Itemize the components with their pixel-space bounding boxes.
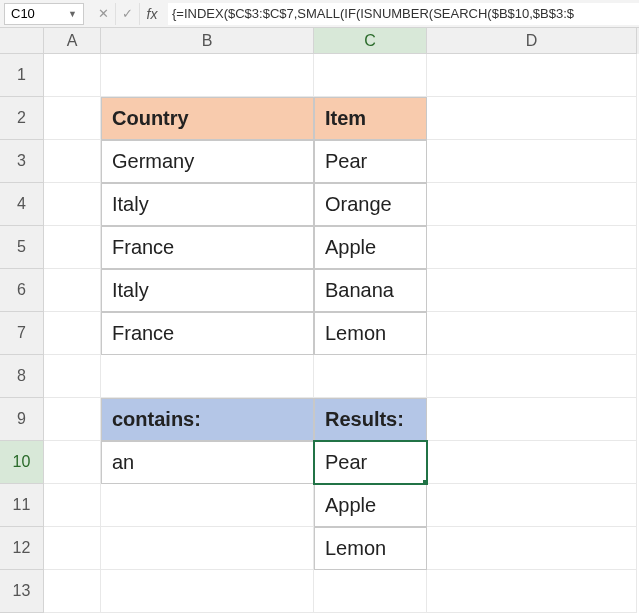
cell-D9[interactable] (427, 398, 637, 441)
cell-A7[interactable] (44, 312, 101, 355)
cell-B3[interactable]: Germany (101, 140, 314, 183)
column-headers: A B C D (0, 28, 639, 54)
cell-C13[interactable] (314, 570, 427, 613)
cell-C4[interactable]: Orange (314, 183, 427, 226)
cell-C1[interactable] (314, 54, 427, 97)
cell-D7[interactable] (427, 312, 637, 355)
cell-A6[interactable] (44, 269, 101, 312)
cell-B13[interactable] (101, 570, 314, 613)
dropdown-icon[interactable]: ▼ (68, 9, 77, 19)
col-header-A[interactable]: A (44, 28, 101, 54)
cell-A4[interactable] (44, 183, 101, 226)
cell-D11[interactable] (427, 484, 637, 527)
cell-C5[interactable]: Apple (314, 226, 427, 269)
cell-C3[interactable]: Pear (314, 140, 427, 183)
formula-bar: C10 ▼ ✕ ✓ fx {=INDEX($C$3:$C$7,SMALL(IF(… (0, 0, 639, 28)
cell-A3[interactable] (44, 140, 101, 183)
row-header-12[interactable]: 12 (0, 527, 44, 570)
row-header-10[interactable]: 10 (0, 441, 44, 484)
cell-D5[interactable] (427, 226, 637, 269)
formula-input[interactable]: {=INDEX($C$3:$C$7,SMALL(IF(ISNUMBER(SEAR… (168, 3, 639, 25)
row-header-11[interactable]: 11 (0, 484, 44, 527)
cell-D12[interactable] (427, 527, 637, 570)
row-headers: 1 2 3 4 5 6 7 8 9 10 11 12 13 (0, 54, 44, 613)
row-header-6[interactable]: 6 (0, 269, 44, 312)
row-header-4[interactable]: 4 (0, 183, 44, 226)
confirm-icon[interactable]: ✓ (116, 3, 140, 25)
cell-B11[interactable] (101, 484, 314, 527)
cell-C10[interactable]: Pear (314, 441, 427, 484)
cell-D8[interactable] (427, 355, 637, 398)
cell-C6[interactable]: Banana (314, 269, 427, 312)
cell-C8[interactable] (314, 355, 427, 398)
name-box[interactable]: C10 ▼ (4, 3, 84, 25)
cell-A10[interactable] (44, 441, 101, 484)
cell-D13[interactable] (427, 570, 637, 613)
row-header-2[interactable]: 2 (0, 97, 44, 140)
cell-D10[interactable] (427, 441, 637, 484)
cancel-icon[interactable]: ✕ (92, 3, 116, 25)
cell-A9[interactable] (44, 398, 101, 441)
cell-A11[interactable] (44, 484, 101, 527)
cell-A8[interactable] (44, 355, 101, 398)
row-header-3[interactable]: 3 (0, 140, 44, 183)
cell-D1[interactable] (427, 54, 637, 97)
cells-area[interactable]: Country Item Germany Pear Italy Orange (44, 54, 639, 613)
cell-A1[interactable] (44, 54, 101, 97)
cell-B2[interactable]: Country (101, 97, 314, 140)
cell-A2[interactable] (44, 97, 101, 140)
row-header-7[interactable]: 7 (0, 312, 44, 355)
cell-B12[interactable] (101, 527, 314, 570)
cell-C2[interactable]: Item (314, 97, 427, 140)
cell-A13[interactable] (44, 570, 101, 613)
fill-handle[interactable] (423, 480, 427, 484)
cell-B6[interactable]: Italy (101, 269, 314, 312)
cell-B5[interactable]: France (101, 226, 314, 269)
cell-C11[interactable]: Apple (314, 484, 427, 527)
cell-A12[interactable] (44, 527, 101, 570)
row-header-9[interactable]: 9 (0, 398, 44, 441)
select-all-corner[interactable] (0, 28, 44, 54)
fx-icon[interactable]: fx (140, 3, 164, 25)
formula-text: {=INDEX($C$3:$C$7,SMALL(IF(ISNUMBER(SEAR… (172, 6, 574, 21)
cell-D3[interactable] (427, 140, 637, 183)
spreadsheet-grid: A B C D 1 2 3 4 5 6 7 8 9 10 11 12 13 (0, 28, 639, 613)
row-header-8[interactable]: 8 (0, 355, 44, 398)
cell-B7[interactable]: France (101, 312, 314, 355)
cell-C9[interactable]: Results: (314, 398, 427, 441)
cell-C7[interactable]: Lemon (314, 312, 427, 355)
cell-B1[interactable] (101, 54, 314, 97)
row-header-13[interactable]: 13 (0, 570, 44, 613)
cell-C12[interactable]: Lemon (314, 527, 427, 570)
row-header-5[interactable]: 5 (0, 226, 44, 269)
name-box-value: C10 (11, 6, 35, 21)
col-header-B[interactable]: B (101, 28, 314, 54)
cell-D2[interactable] (427, 97, 637, 140)
cell-D4[interactable] (427, 183, 637, 226)
col-header-C[interactable]: C (314, 28, 427, 54)
cell-B9[interactable]: contains: (101, 398, 314, 441)
cell-C10-value: Pear (325, 451, 367, 474)
cell-B10[interactable]: an (101, 441, 314, 484)
cell-A5[interactable] (44, 226, 101, 269)
row-header-1[interactable]: 1 (0, 54, 44, 97)
cell-D6[interactable] (427, 269, 637, 312)
col-header-D[interactable]: D (427, 28, 637, 54)
cell-B4[interactable]: Italy (101, 183, 314, 226)
cell-B8[interactable] (101, 355, 314, 398)
